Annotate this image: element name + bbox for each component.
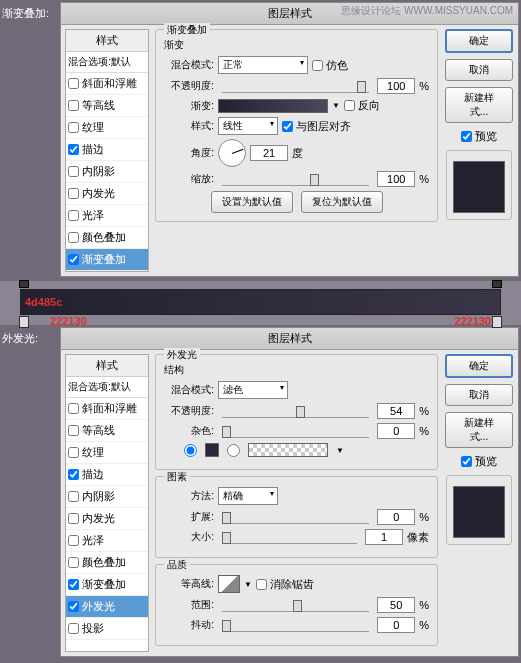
angle-dial[interactable] (218, 139, 246, 167)
dither-checkbox[interactable]: 仿色 (312, 58, 348, 73)
glow-color-swatch[interactable] (205, 443, 219, 457)
size-slider[interactable] (222, 530, 357, 544)
gradient-editor-strip: 4d485c 222130 222130 (0, 281, 521, 325)
glow-blend-label: 混合模式: (164, 383, 214, 397)
spread-slider[interactable] (222, 510, 369, 524)
opacity-label: 不透明度: (164, 79, 214, 93)
scale-value[interactable]: 100 (377, 171, 415, 187)
style-outer-glow-2[interactable]: 外发光 (66, 596, 148, 618)
opacity-stop-right[interactable] (492, 280, 502, 288)
reset-default-button[interactable]: 复位为默认值 (301, 191, 383, 213)
styles-list-2: 样式 混合选项:默认 斜面和浮雕 等高线 纹理 描边 内阴影 内发光 光泽 颜色… (65, 354, 149, 652)
style-satin[interactable]: 光泽 (66, 205, 148, 227)
noise-label: 杂色: (164, 424, 214, 438)
style-texture[interactable]: 纹理 (66, 117, 148, 139)
style-gradient-overlay-2[interactable]: 渐变叠加 (66, 574, 148, 596)
jitter-value[interactable]: 0 (377, 617, 415, 633)
range-slider[interactable] (222, 598, 369, 612)
angle-value[interactable]: 21 (250, 145, 288, 161)
new-style-button-2[interactable]: 新建样式... (445, 412, 513, 448)
gradient-overlay-group: 渐变叠加 渐变 混合模式:正常仿色 不透明度:100% 渐变:▼反向 样式:线性… (155, 29, 438, 222)
gradient-label: 渐变: (164, 99, 214, 113)
style-color-overlay[interactable]: 颜色叠加 (66, 227, 148, 249)
glow-blend-select[interactable]: 滤色 (218, 381, 288, 399)
blend-options-default[interactable]: 混合选项:默认 (66, 52, 148, 73)
style-bevel-2[interactable]: 斜面和浮雕 (66, 398, 148, 420)
glow-gradient-picker[interactable] (248, 443, 328, 457)
ok-button-2[interactable]: 确定 (445, 354, 513, 378)
preview-swatch-box-2 (446, 475, 512, 545)
styles-header: 样式 (66, 30, 148, 52)
color-radio-solid[interactable] (184, 444, 197, 457)
gradient-picker[interactable] (218, 99, 328, 113)
opacity-value[interactable]: 100 (377, 78, 415, 94)
color-stop-left[interactable] (19, 316, 29, 328)
watermark: 思缘设计论坛 WWW.MISSYUAN.COM (341, 4, 513, 18)
style-inner-glow-2[interactable]: 内发光 (66, 508, 148, 530)
anti-alias-checkbox[interactable]: 消除锯齿 (256, 577, 314, 592)
reverse-checkbox[interactable]: 反向 (344, 98, 380, 113)
color-label-mid: 4d485c (25, 296, 62, 308)
dialog-title-2: 图层样式 (61, 328, 518, 350)
style-stroke[interactable]: 描边 (66, 139, 148, 161)
gradient-bar[interactable]: 4d485c (20, 289, 501, 315)
style-drop-shadow-2[interactable]: 投影 (66, 618, 148, 640)
style-inner-glow[interactable]: 内发光 (66, 183, 148, 205)
style-gradient-overlay[interactable]: 渐变叠加 (66, 249, 148, 271)
jitter-label: 抖动: (164, 618, 214, 632)
glow-opacity-value[interactable]: 54 (377, 403, 415, 419)
method-select[interactable]: 精确 (218, 487, 278, 505)
cancel-button-2[interactable]: 取消 (445, 384, 513, 406)
opacity-stop-left[interactable] (19, 280, 29, 288)
blend-mode-label: 混合模式: (164, 58, 214, 72)
group-title: 渐变叠加 (164, 23, 210, 37)
group-title-glow: 外发光 (164, 348, 200, 362)
style-inner-shadow-2[interactable]: 内阴影 (66, 486, 148, 508)
layer-style-dialog-glow: 图层样式 样式 混合选项:默认 斜面和浮雕 等高线 纹理 描边 内阴影 内发光 … (60, 327, 519, 657)
preview-checkbox-2[interactable]: 预览 (461, 454, 497, 469)
style-contour[interactable]: 等高线 (66, 95, 148, 117)
section-label-glow: 外发光: (0, 325, 60, 352)
blend-options-default-2[interactable]: 混合选项:默认 (66, 377, 148, 398)
style-contour-2[interactable]: 等高线 (66, 420, 148, 442)
gradient-style-select[interactable]: 线性 (218, 117, 278, 135)
struct-label: 结构 (164, 363, 429, 377)
glow-opacity-slider[interactable] (222, 404, 369, 418)
blend-mode-select[interactable]: 正常 (218, 56, 308, 74)
styles-header-2: 样式 (66, 355, 148, 377)
preview-swatch (453, 161, 505, 213)
set-default-button[interactable]: 设置为默认值 (211, 191, 293, 213)
contour-picker[interactable] (218, 575, 240, 593)
preview-checkbox[interactable]: 预览 (461, 129, 497, 144)
new-style-button[interactable]: 新建样式... (445, 87, 513, 123)
size-label: 大小: (164, 530, 214, 544)
noise-slider[interactable] (222, 424, 369, 438)
elements-title: 图素 (164, 470, 190, 484)
style-stroke-2[interactable]: 描边 (66, 464, 148, 486)
style-bevel[interactable]: 斜面和浮雕 (66, 73, 148, 95)
noise-value[interactable]: 0 (377, 423, 415, 439)
cancel-button[interactable]: 取消 (445, 59, 513, 81)
color-label-left: 222130 (50, 315, 87, 327)
layer-style-dialog-gradient: 图层样式 样式 混合选项:默认 斜面和浮雕 等高线 纹理 描边 内阴影 内发光 … (60, 2, 519, 277)
align-checkbox[interactable]: 与图层对齐 (282, 119, 351, 134)
range-label: 范围: (164, 598, 214, 612)
range-value[interactable]: 50 (377, 597, 415, 613)
jitter-slider[interactable] (222, 618, 369, 632)
color-stop-right[interactable] (492, 316, 502, 328)
style-color-overlay-2[interactable]: 颜色叠加 (66, 552, 148, 574)
style-inner-shadow[interactable]: 内阴影 (66, 161, 148, 183)
color-label-right: 222130 (454, 315, 491, 327)
elements-group: 图素 方法:精确 扩展:0% 大小:1像素 (155, 476, 438, 558)
style-satin-2[interactable]: 光泽 (66, 530, 148, 552)
style-texture-2[interactable]: 纹理 (66, 442, 148, 464)
ok-button[interactable]: 确定 (445, 29, 513, 53)
size-value[interactable]: 1 (365, 529, 403, 545)
styles-list: 样式 混合选项:默认 斜面和浮雕 等高线 纹理 描边 内阴影 内发光 光泽 颜色… (65, 29, 149, 272)
outer-glow-group: 外发光 结构 混合模式:滤色 不透明度:54% 杂色:0% ▼ (155, 354, 438, 470)
preview-swatch-box (446, 150, 512, 220)
spread-value[interactable]: 0 (377, 509, 415, 525)
opacity-slider[interactable] (222, 79, 369, 93)
scale-slider[interactable] (222, 172, 369, 186)
color-radio-gradient[interactable] (227, 444, 240, 457)
